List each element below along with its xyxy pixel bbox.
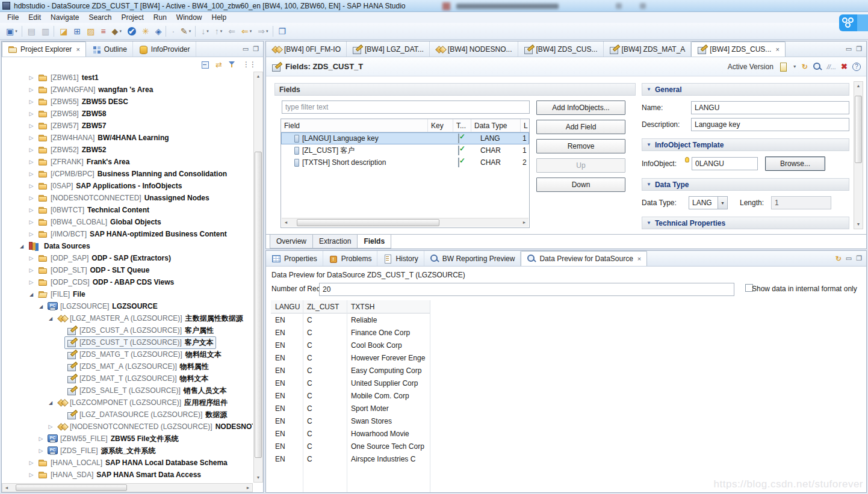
expand-arrow-icon[interactable] xyxy=(27,267,36,273)
expand-arrow-icon[interactable] xyxy=(27,279,36,285)
table-row[interactable]: EN C However Forever Enge xyxy=(271,351,430,364)
tree-item[interactable]: [ODP_CDS] ODP - ABAP CDS Views xyxy=(2,276,253,288)
maximize-icon[interactable]: ❐ xyxy=(856,255,862,262)
toolbar-button[interactable]: ✎ ▾ xyxy=(178,25,194,38)
tree-item[interactable]: [HANA_LOCAL] SAP HANA Local Database Sch… xyxy=(2,457,253,469)
chevron-down-icon[interactable]: ▼ xyxy=(718,196,728,209)
scrollbar-thumb[interactable] xyxy=(297,219,439,226)
expand-arrow-icon[interactable] xyxy=(27,147,36,153)
field-row[interactable]: [LANGU] Language key LANG 1 xyxy=(281,132,529,144)
fields-action-button[interactable]: Add Field xyxy=(536,120,625,134)
toolbar-button[interactable]: ▨ xyxy=(84,25,98,38)
editor-tab[interactable]: [BW4] 0FI_FM-IO xyxy=(266,42,347,57)
editor-tab[interactable]: [BW4] LGZ_DAT... xyxy=(347,42,430,57)
menu-item[interactable]: Search xyxy=(84,13,116,22)
view-tab[interactable]: Data Preview for DataSource × xyxy=(521,251,647,266)
browse-button[interactable]: Browse... xyxy=(765,156,825,171)
view-tab[interactable]: Outline xyxy=(86,42,133,57)
view-tab[interactable]: Project Explorer × xyxy=(2,42,86,57)
toolbar-button[interactable]: ≡ xyxy=(98,25,108,38)
expand-arrow-icon[interactable] xyxy=(27,123,36,129)
page-tab[interactable]: Fields xyxy=(357,235,391,249)
toolbar-button[interactable]: · xyxy=(169,25,178,38)
refresh-icon[interactable]: ↻ xyxy=(802,63,808,71)
close-icon[interactable]: × xyxy=(774,46,779,53)
view-tab[interactable]: InfoProvider xyxy=(133,42,196,57)
toolbar-button[interactable]: ▤ xyxy=(25,25,39,38)
view-tab[interactable]: Problems xyxy=(323,251,378,266)
delete-icon[interactable]: ✖ xyxy=(841,62,848,71)
tree-item[interactable]: [ODP_SAP] ODP - SAP (Extractors) xyxy=(2,252,253,264)
records-count-input[interactable] xyxy=(319,283,734,296)
minimize-icon[interactable]: ▭ xyxy=(243,46,249,52)
field-row[interactable]: [ZL_CUST] 客户 CHAR 1 xyxy=(281,144,529,156)
tree-item[interactable]: [FILE] File xyxy=(2,288,253,300)
expand-arrow-icon[interactable] xyxy=(37,448,45,454)
view-tab[interactable]: History xyxy=(377,251,424,266)
tree-item[interactable]: [ZBW61] test1 xyxy=(2,72,253,84)
maximize-icon[interactable]: ❐ xyxy=(253,46,259,52)
toolbar-button[interactable] xyxy=(52,25,57,38)
table-row[interactable]: EN C Mobile Com. Corp xyxy=(271,389,430,402)
expand-arrow-icon[interactable] xyxy=(46,424,55,430)
field-row[interactable]: [TXTSH] Short description CHAR 2 xyxy=(281,156,529,168)
tree-item[interactable]: [NODESNOTCONNECTED] Unassigned Nodes xyxy=(2,192,253,204)
view-menu-icon[interactable]: ⋮⋮ xyxy=(243,60,256,69)
expand-arrow-icon[interactable] xyxy=(27,87,36,93)
expand-arrow-icon[interactable] xyxy=(27,159,36,165)
toolbar-button[interactable]: ↓ ▾ xyxy=(198,25,212,38)
expand-arrow-icon[interactable] xyxy=(46,400,55,406)
editor-tab[interactable]: [BW4] ZDS_MAT_A xyxy=(604,42,692,57)
expand-arrow-icon[interactable] xyxy=(27,231,36,237)
table-row[interactable]: EN C Cool Book Corp xyxy=(271,339,430,351)
toolbar-button[interactable]: ◪ xyxy=(57,25,70,38)
table-row[interactable]: EN C Reliable xyxy=(271,313,430,326)
view-tab[interactable]: BW Reporting Preview xyxy=(424,251,521,266)
tree-item[interactable]: [ZDS_CUST_T (LGZSOURCE)] 客户文本 xyxy=(2,336,253,348)
expand-arrow-icon[interactable] xyxy=(27,472,36,478)
tree-item[interactable]: [ZBW4HANA] BW/4HANA Learning xyxy=(2,132,253,144)
tree-item[interactable]: [ZBW55] ZBW55 DESC xyxy=(2,96,253,108)
help-icon[interactable]: ? xyxy=(852,63,861,71)
tree-item[interactable]: [ODP_SLT] ODP - SLT Queue xyxy=(2,264,253,276)
close-icon[interactable]: × xyxy=(636,255,641,262)
page-tab[interactable]: Extraction xyxy=(312,235,358,249)
toolbar-button[interactable]: ⇒ ▾ xyxy=(255,25,271,38)
toolbar-button[interactable] xyxy=(194,25,198,38)
netdisk-widget[interactable] xyxy=(839,14,868,31)
name-field[interactable] xyxy=(691,101,849,114)
fields-action-button[interactable]: Add InfoObjects... xyxy=(536,100,625,115)
expand-arrow-icon[interactable] xyxy=(27,460,36,466)
expand-arrow-icon[interactable] xyxy=(27,195,36,201)
toolbar-button[interactable]: ▥ xyxy=(39,25,52,38)
tree-item[interactable]: [NODESNOTCONNECTED (LGZSOURCE)] NODESNOT… xyxy=(2,421,253,433)
tree-item[interactable]: [ZBW55_FILE] ZBW55 File文件系统 xyxy=(2,433,253,445)
description-field[interactable] xyxy=(691,118,849,131)
minimize-icon[interactable]: ▭ xyxy=(846,46,852,52)
menu-item[interactable]: Window xyxy=(172,13,207,22)
editor-tab[interactable]: [BW4] ZDS_CUS... xyxy=(518,42,604,57)
tree-item[interactable]: [LGZCOMPONET (LGZSOURCE)] 应用程序组件 xyxy=(2,397,253,409)
expand-arrow-icon[interactable] xyxy=(27,111,36,117)
expand-arrow-icon[interactable] xyxy=(46,315,55,321)
page-tab[interactable]: Overview xyxy=(270,235,313,249)
expand-arrow-icon[interactable] xyxy=(27,219,36,225)
fields-table-horizontal-scrollbar[interactable]: ◄ ► xyxy=(282,218,529,227)
scrollbar-thumb[interactable] xyxy=(255,152,262,458)
data-preview-icon[interactable] xyxy=(813,62,822,72)
toolbar-button[interactable] xyxy=(20,25,25,38)
comment-icon[interactable]: //... xyxy=(827,63,836,70)
view-tab[interactable]: Properties xyxy=(266,251,323,266)
tree-item[interactable]: [0BW4_GLOBAL] Global Objects xyxy=(2,216,253,228)
general-section-header[interactable]: ▼ General xyxy=(642,83,849,96)
refresh-icon[interactable]: ↻ xyxy=(835,255,842,263)
transfer-checkbox[interactable] xyxy=(458,134,459,143)
toolbar-button[interactable]: ✔ xyxy=(125,25,139,38)
version-icon[interactable] xyxy=(778,62,788,72)
expand-arrow-icon[interactable] xyxy=(27,171,36,177)
tree-item[interactable]: [ZBW57] ZBW57 xyxy=(2,120,253,132)
tree-item[interactable]: [ZFRANK] Frank's Area xyxy=(2,156,253,168)
maximize-icon[interactable]: ❐ xyxy=(856,46,862,52)
filter-icon[interactable] xyxy=(228,60,237,69)
toolbar-button[interactable]: ❐ xyxy=(276,25,290,38)
